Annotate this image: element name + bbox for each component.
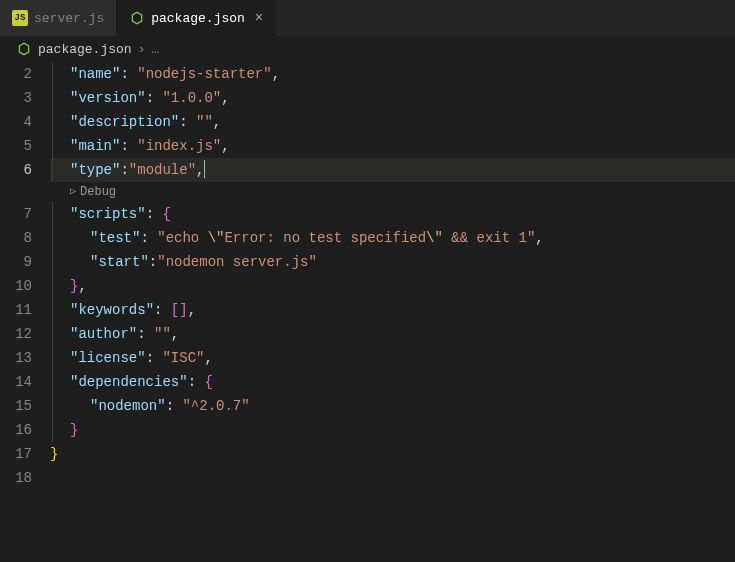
line-number: 10: [0, 274, 32, 298]
line-number: 2: [0, 62, 32, 86]
line-number: 9: [0, 250, 32, 274]
line-number: 11: [0, 298, 32, 322]
code-line-active: "type":"module",: [50, 158, 735, 182]
tab-label: package.json: [151, 11, 245, 26]
tab-package-json[interactable]: package.json ×: [117, 0, 276, 36]
line-number-gutter: 2 3 4 5 6 7 8 9 10 11 12 13 14 15 16 17 …: [0, 62, 50, 490]
line-number: 12: [0, 322, 32, 346]
line-number: 16: [0, 418, 32, 442]
code-area[interactable]: "name": "nodejs-starter", "version": "1.…: [50, 62, 735, 490]
code-line: "version": "1.0.0",: [50, 86, 735, 110]
code-line: "name": "nodejs-starter",: [50, 62, 735, 86]
text-cursor: [204, 160, 205, 178]
code-line: "start":"nodemon server.js": [50, 250, 735, 274]
close-icon[interactable]: ×: [255, 10, 263, 26]
code-line: },: [50, 274, 735, 298]
nodejs-icon: [129, 10, 145, 26]
code-line: "dependencies": {: [50, 370, 735, 394]
code-line: [50, 466, 735, 490]
line-number: 15: [0, 394, 32, 418]
code-line: "nodemon": "^2.0.7": [50, 394, 735, 418]
javascript-icon: JS: [12, 10, 28, 26]
breadcrumb[interactable]: package.json › …: [0, 36, 735, 62]
code-line: "scripts": {: [50, 202, 735, 226]
breadcrumb-file: package.json: [38, 42, 132, 57]
line-number: 7: [0, 202, 32, 226]
line-number: 4: [0, 110, 32, 134]
nodejs-icon: [16, 41, 32, 57]
line-number: 5: [0, 134, 32, 158]
code-editor[interactable]: 2 3 4 5 6 7 8 9 10 11 12 13 14 15 16 17 …: [0, 62, 735, 490]
code-line: "keywords": [],: [50, 298, 735, 322]
code-line: "main": "index.js",: [50, 134, 735, 158]
line-number: 3: [0, 86, 32, 110]
play-icon: ▷: [70, 182, 76, 202]
line-number: 13: [0, 346, 32, 370]
code-line: }: [50, 442, 735, 466]
code-line: "test": "echo \"Error: no test specified…: [50, 226, 735, 250]
code-line: "description": "",: [50, 110, 735, 134]
line-number: 8: [0, 226, 32, 250]
line-number: 18: [0, 466, 32, 490]
code-line: "license": "ISC",: [50, 346, 735, 370]
code-line: "author": "",: [50, 322, 735, 346]
chevron-right-icon: ›: [138, 42, 146, 57]
tab-bar: JS server.js package.json ×: [0, 0, 735, 36]
codelens-debug[interactable]: ▷Debug: [50, 182, 735, 202]
line-number: 14: [0, 370, 32, 394]
tab-server-js[interactable]: JS server.js: [0, 0, 117, 36]
line-number: 17: [0, 442, 32, 466]
code-line: }: [50, 418, 735, 442]
line-number: 6: [0, 158, 32, 182]
tab-label: server.js: [34, 11, 104, 26]
breadcrumb-ellipsis: …: [151, 42, 159, 57]
